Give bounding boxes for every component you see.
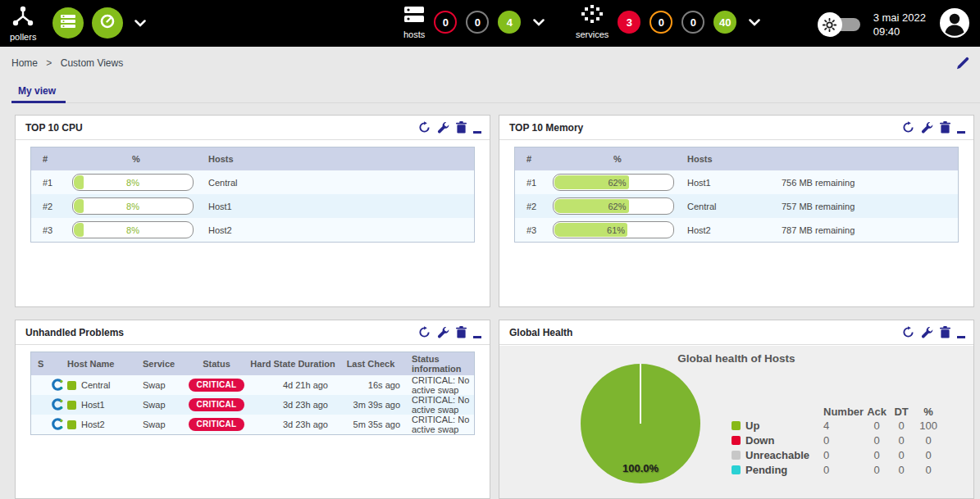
service-cell[interactable]: Swap	[143, 380, 185, 390]
tab-my-view[interactable]: My view	[11, 81, 66, 103]
duration-cell: 4d 21h ago	[248, 380, 338, 390]
widget-unhandled-problems: Unhandled Problems S Host Name Service S…	[15, 320, 490, 499]
host-cell: Central	[208, 178, 474, 188]
service-cell[interactable]: Swap	[143, 420, 185, 429]
pollers-expand-chevron[interactable]	[131, 12, 149, 34]
cpu-usage-bar: 8%	[72, 174, 194, 191]
table-row: #2 62% Central 757 MB remaining	[515, 194, 958, 218]
trash-icon[interactable]	[940, 121, 950, 134]
bar-percent-label: 8%	[73, 222, 193, 238]
wrench-icon[interactable]	[921, 326, 933, 338]
legend-dt: 0	[890, 418, 913, 433]
edit-view-button[interactable]	[955, 56, 970, 74]
wrench-icon[interactable]	[437, 326, 449, 338]
chevron-down-icon	[749, 15, 760, 29]
host-name-link[interactable]: Host1	[81, 400, 105, 410]
chevron-down-icon	[134, 16, 146, 30]
hosts-up-counter[interactable]: 4	[498, 11, 521, 34]
time-text: 09:40	[873, 25, 926, 39]
host-cell: Host2	[687, 225, 782, 235]
services-unknown-counter[interactable]: 0	[681, 11, 704, 34]
column-header-host: Host Name	[67, 359, 143, 369]
service-cell[interactable]: Swap	[143, 400, 185, 410]
column-header-rank: #	[515, 154, 548, 164]
bar-percent-label: 8%	[73, 175, 193, 190]
latency-gauge-button[interactable]	[92, 7, 123, 39]
refresh-icon[interactable]	[902, 121, 914, 134]
hosts-unreachable-counter[interactable]: 0	[466, 11, 489, 34]
poller-list-button[interactable]	[52, 7, 84, 39]
host-cell: Host2	[208, 225, 474, 235]
minimize-icon[interactable]	[473, 326, 481, 338]
column-header-rank: #	[31, 154, 64, 164]
minimize-icon[interactable]	[473, 121, 481, 134]
widget-title: TOP 10 CPU	[25, 122, 418, 134]
refresh-icon[interactable]	[418, 121, 431, 134]
date-text: 3 mai 2022	[873, 11, 926, 25]
duration-cell: 3d 23h ago	[248, 420, 338, 429]
status-info-cell: CRITICAL: No active swap	[403, 395, 474, 415]
wrench-icon[interactable]	[437, 121, 449, 134]
services-warning-counter[interactable]: 0	[650, 11, 672, 34]
pencil-icon	[955, 59, 970, 73]
status-badge: CRITICAL	[189, 379, 244, 392]
hosts-expand-chevron[interactable]	[530, 11, 548, 33]
legend-dt: 0	[890, 447, 913, 462]
memory-table: # % Hosts #1 62% Host1 756 MB remaining …	[514, 147, 959, 243]
legend-ack: 0	[864, 433, 890, 447]
trash-icon[interactable]	[456, 121, 467, 134]
pie-slice-divider	[640, 364, 641, 424]
refresh-icon[interactable]	[418, 326, 431, 338]
rank-cell: #2	[515, 202, 548, 211]
table-row: #1 8% Central	[31, 170, 474, 194]
widget-top10-cpu: TOP 10 CPU # % Hosts #1 8% Central #2 8%…	[15, 115, 490, 307]
bar-percent-label: 61%	[607, 222, 627, 238]
minimize-icon[interactable]	[957, 326, 965, 338]
hosts-down-counter[interactable]: 0	[434, 11, 457, 34]
legend-row: Pending 0 0 0 0	[732, 462, 944, 477]
legend-down-square-icon	[732, 436, 741, 445]
user-avatar[interactable]	[939, 7, 970, 42]
breadcrumb: Home > Custom Views	[11, 57, 123, 69]
legend-number: 0	[817, 462, 864, 477]
column-header-percent: %	[548, 154, 687, 164]
memory-remaining-cell: 756 MB remaining	[782, 178, 958, 188]
last-check-cell: 16s ago	[338, 380, 403, 390]
settings-toggle[interactable]	[824, 18, 860, 31]
rank-cell: #1	[31, 178, 64, 188]
legend-header-pct: %	[913, 405, 944, 418]
refresh-icon[interactable]	[902, 326, 914, 338]
column-header-info: Status information	[403, 354, 474, 374]
trash-icon[interactable]	[456, 326, 467, 338]
legend-label: Up	[745, 420, 759, 432]
legend-pct: 0	[913, 462, 944, 477]
bar-percent-label: 8%	[73, 198, 193, 214]
services-critical-counter[interactable]: 3	[618, 11, 640, 34]
minimize-icon[interactable]	[957, 121, 965, 134]
host-name-link[interactable]: Central	[81, 380, 110, 390]
widget-global-health: Global Health Global health of Hosts 100…	[499, 320, 974, 499]
services-menu[interactable]: services	[576, 5, 609, 39]
host-name-link[interactable]: Host2	[81, 420, 105, 429]
wrench-icon[interactable]	[921, 121, 933, 134]
legend-row: Unreachable 0 0 0 0	[732, 447, 944, 462]
breadcrumb-separator: >	[46, 57, 52, 69]
legend-unreachable-square-icon	[732, 451, 741, 460]
breadcrumb-current-link[interactable]: Custom Views	[61, 57, 123, 69]
widget-title: Global Health	[509, 327, 902, 338]
table-row: Host1 Swap CRITICAL 3d 23h ago 3m 39s ag…	[31, 395, 474, 415]
trash-icon[interactable]	[940, 326, 950, 338]
duration-cell: 3d 23h ago	[248, 400, 338, 410]
clock: 3 mai 2022 09:40	[873, 11, 926, 39]
column-header-s: S	[31, 359, 67, 369]
services-expand-chevron[interactable]	[745, 11, 763, 33]
legend-row: Down 0 0 0 0	[732, 433, 944, 447]
memory-usage-bar: 62%	[553, 174, 674, 191]
legend-number: 4	[817, 418, 864, 433]
pollers-menu[interactable]: pollers	[10, 6, 36, 42]
breadcrumb-home-link[interactable]: Home	[11, 57, 38, 69]
hosts-menu[interactable]: hosts	[403, 5, 425, 39]
bar-percent-label: 62%	[608, 175, 627, 190]
services-ok-counter[interactable]: 40	[713, 11, 736, 34]
legend-label: Pending	[745, 464, 787, 476]
